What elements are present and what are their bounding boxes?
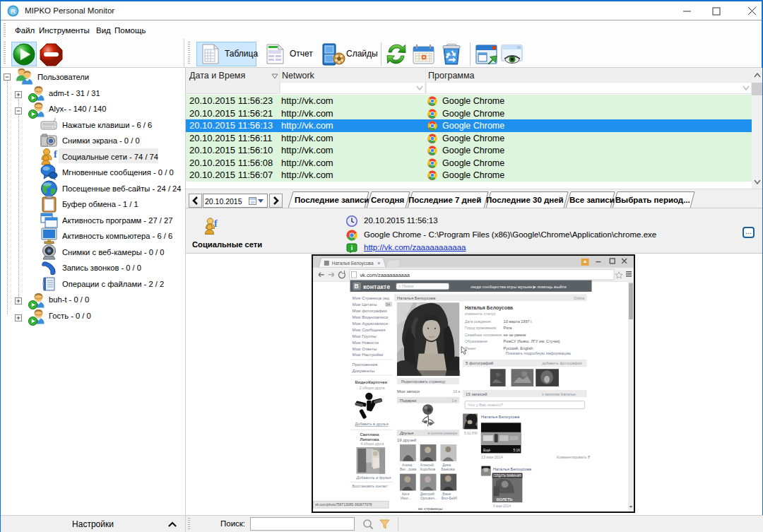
svg-text:Приложения: Приложения [353, 362, 378, 367]
svg-text:Орлович...: Орлович... [420, 497, 437, 500]
svg-text:Мои записи: Мои записи [397, 389, 420, 394]
svg-text:19 друзей: 19 друзей [397, 438, 416, 442]
svg-text:изменить статус: изменить статус [465, 312, 496, 316]
svg-text:Липатова: Липатова [360, 437, 379, 442]
svg-text:ред.: ред. [383, 296, 390, 300]
svg-text:Последние 30 дней: Последние 30 дней [486, 196, 564, 204]
svg-text:Образование:: Образование: [465, 339, 488, 343]
svg-text:vk.com/zaaaaaaaaaa: vk.com/zaaaaaaaaaa [360, 272, 410, 278]
svg-text:5:16: 5:16 [514, 449, 521, 452]
svg-text:Мои фотографии: Мои фотографии [353, 308, 387, 313]
svg-text:Комментировать ⁋: Комментировать ⁋ [557, 455, 591, 459]
svg-text:Все записи: Все записи [569, 196, 615, 204]
svg-text:Мои Видеозаписи: Мои Видеозаписи [353, 314, 389, 319]
svg-text:Наталья Белоусова: Наталья Белоусова [481, 415, 520, 419]
svg-text:54: 54 [386, 303, 391, 307]
svg-text:Мои Аудиозаписи: Мои Аудиозаписи [353, 321, 388, 326]
svg-text:Инот...: Инот... [401, 497, 411, 500]
svg-text:Светлана: Светлана [360, 432, 379, 437]
svg-text:Наталья Белоусова: Наталья Белоусова [493, 467, 532, 471]
svg-text:Моя Страница: Моя Страница [353, 295, 382, 300]
svg-text:Подарки: Подарки [400, 398, 416, 403]
svg-text:Друзья: Друзья [399, 431, 414, 435]
svg-text:Рига: Рига [504, 326, 513, 330]
svg-text:15 записей: 15 записей [466, 392, 487, 396]
svg-text:Дата рождения:: Дата рождения: [465, 319, 492, 324]
svg-text:Последние 7 дней: Последние 7 дней [408, 196, 481, 204]
svg-text:2 общих друга: 2 общих друга [359, 386, 385, 390]
svg-text:1 ▸: 1 ▸ [451, 398, 457, 403]
svg-text:Что у Вас нового?: Что у Вас нового? [468, 403, 503, 407]
svg-text:Языки:: Языки: [465, 346, 476, 350]
svg-text:Online: Online [574, 296, 585, 300]
svg-text:Дина: Дина [442, 463, 451, 467]
svg-text:5 фотографий: 5 фотографий [466, 361, 493, 365]
svg-text:16 ▸: 16 ▸ [453, 389, 461, 394]
svg-text:i: i [351, 244, 353, 252]
svg-text:Мои Группы: Мои Группы [353, 333, 377, 338]
svg-text:f: f [54, 149, 57, 160]
svg-text:Банкова: Банкова [441, 468, 454, 471]
svg-text:добавить фотографии: добавить фотографии [542, 361, 581, 365]
svg-text:Катя: Катя [402, 492, 410, 496]
svg-text:к записям Натальи: к записям Натальи [542, 392, 576, 396]
svg-text:Фил-Бейб: Фил-Бейб [441, 496, 457, 500]
svg-text:Город проживания:: Город проживания: [465, 326, 497, 330]
svg-text:Сегодня: Сегодня [371, 196, 404, 204]
svg-text:×: × [377, 261, 380, 266]
svg-text:Коробков: Коробков [420, 468, 436, 471]
svg-text:3 мая 2014: 3 мая 2014 [493, 504, 511, 508]
svg-text:Показать подробную информацию: Показать подробную информацию [506, 351, 572, 355]
svg-text:Наталья Белоусова: Наталья Белоусова [332, 261, 374, 266]
svg-text:Вех...рова: Вех...рова [400, 468, 417, 471]
svg-text:Мои Сообщения: Мои Сообщения [353, 327, 386, 332]
svg-text:Восстановить контакт: Восстановить контакт [353, 485, 389, 488]
svg-text:Дмитрий: Дмитрий [420, 492, 434, 496]
svg-text:Алена: Алена [402, 463, 413, 467]
svg-text:Наталья Белоусова: Наталья Белоусова [465, 305, 513, 311]
svg-text:БОЛЕТЬ: БОЛЕТЬ [497, 497, 513, 502]
svg-text:Русский, English: Русский, English [504, 346, 533, 350]
svg-text:Ещё: Ещё [483, 449, 490, 452]
svg-text:Выбрать период...: Выбрать период... [615, 196, 690, 204]
svg-text:контакте: контакте [363, 283, 390, 290]
svg-text:Семейное положение:: Семейное положение: [465, 333, 502, 337]
svg-text:⌕ Поиск: ⌕ Поиск [398, 285, 414, 289]
svg-text:Ваня: Ваня [442, 492, 451, 496]
svg-text:не страницы: не страницы [418, 507, 443, 511]
svg-text:В: В [354, 283, 358, 290]
svg-text:Мои Ответы: Мои Ответы [353, 346, 377, 351]
svg-text:Редактировать страницу: Редактировать страницу [401, 379, 446, 384]
svg-text:Мои Цитаты: Мои Цитаты [353, 302, 377, 307]
svg-text:не за-умнем: не за-умнем [504, 333, 526, 337]
svg-text:f: f [214, 218, 218, 229]
svg-text:Алексей: Алексей [420, 463, 434, 467]
svg-text:vk.com/photo758713085-36087707: vk.com/photo758713085-360877078 [315, 503, 372, 507]
svg-text:в полном размере: в полном размере [428, 432, 458, 435]
svg-text:СОЛДАТЫ ВНИМАНИЯ: СОЛДАТЫ ВНИМАНИЯ [493, 474, 521, 478]
svg-text:Добавить в друзья: Добавить в друзья [355, 476, 391, 480]
svg-text:4 общих друга: 4 общих друга [360, 442, 384, 446]
svg-text:Документы: Документы [353, 368, 375, 373]
svg-text:R: R [11, 8, 16, 15]
svg-text:люди сообщества игры: люди сообщества игры музыка ▶ помощь вый… [471, 285, 567, 289]
svg-text:Последние записи: Последние записи [295, 196, 369, 204]
svg-text:Добавить в друзья: Добавить в друзья [355, 422, 388, 426]
svg-text:ВидеоКарточки: ВидеоКарточки [355, 380, 387, 384]
svg-text:Наталья Белоусова: Наталья Белоусова [397, 296, 436, 300]
svg-text:5:01 PM: 5:01 PM [464, 432, 477, 435]
svg-text:Мои Новости: Мои Новости [353, 340, 379, 345]
svg-text:13 мая 2014: 13 мая 2014 [481, 455, 503, 459]
svg-text:Мои Настройки: Мои Настройки [353, 352, 384, 357]
svg-text:10 марта 1997 г.: 10 марта 1997 г. [504, 319, 533, 324]
svg-text:РижСУ (бывш. ЛГУ им. Стучки): РижСУ (бывш. ЛГУ им. Стучки) [504, 339, 560, 343]
